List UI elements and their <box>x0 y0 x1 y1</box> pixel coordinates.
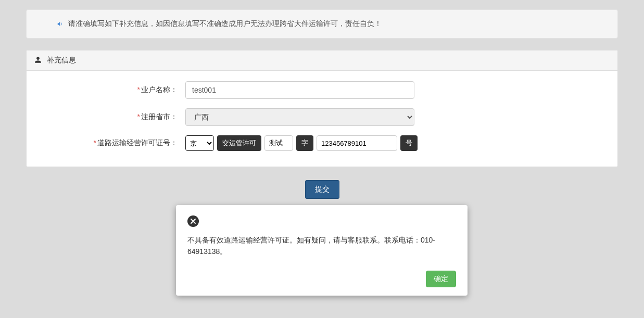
user-icon <box>34 56 42 65</box>
license-prefix-select[interactable]: 京 <box>185 135 214 151</box>
province-select[interactable]: 广西 <box>185 108 414 126</box>
close-icon[interactable] <box>187 215 199 227</box>
modal-message: 不具备有效道路运输经营许可证。如有疑问，请与客服联系。联系电话：010-6491… <box>187 234 456 258</box>
license-char-tag: 字 <box>296 135 313 151</box>
owner-name-label: *业户名称： <box>40 85 185 95</box>
panel-heading: 补充信息 <box>27 50 617 71</box>
license-number-input[interactable] <box>317 135 397 151</box>
ok-button[interactable]: 确定 <box>426 271 456 287</box>
supplementary-info-panel: 补充信息 *业户名称： *注册省市： 广西 *道路运输经营许可证号： <box>26 50 618 167</box>
license-label: *道路运输经营许可证号： <box>40 138 185 148</box>
error-modal: 不具备有效道路运输经营许可证。如有疑问，请与客服联系。联系电话：010-6491… <box>176 205 468 296</box>
province-label: *注册省市： <box>40 112 185 122</box>
submit-button[interactable]: 提交 <box>305 180 339 199</box>
license-text1-input[interactable] <box>264 135 293 151</box>
owner-name-input[interactable] <box>185 81 414 99</box>
alert-text: 请准确填写如下补充信息，如因信息填写不准确造成用户无法办理跨省大件运输许可，责任… <box>68 19 382 28</box>
megaphone-icon <box>57 19 68 28</box>
license-suffix-tag: 号 <box>400 135 418 151</box>
panel-title: 补充信息 <box>47 56 76 65</box>
alert-banner: 请准确填写如下补充信息，如因信息填写不准确造成用户无法办理跨省大件运输许可，责任… <box>26 9 618 39</box>
license-type-tag: 交运管许可 <box>217 135 261 151</box>
